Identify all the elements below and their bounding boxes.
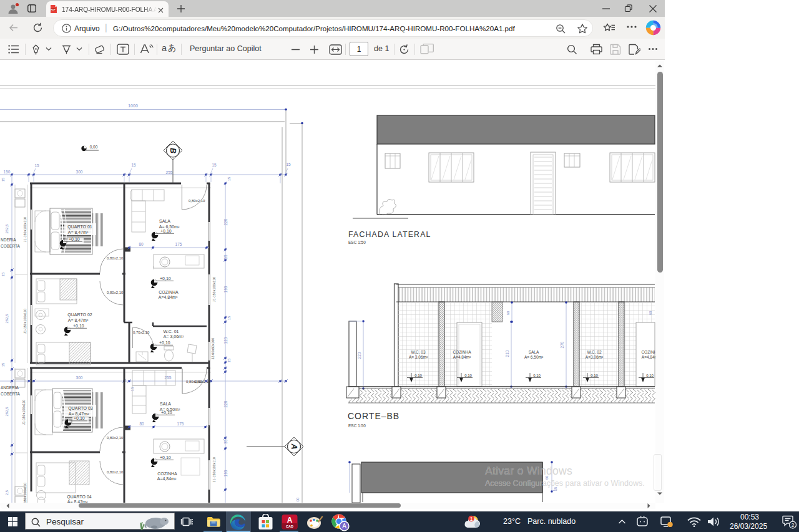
svg-text:J1-150x100x110: J1-150x100x110	[22, 400, 26, 425]
svg-text:175: 175	[177, 422, 184, 426]
svg-text:0,10: 0,10	[533, 374, 541, 377]
svg-text:A= 3,06m²: A= 3,06m²	[164, 334, 184, 339]
svg-text:0,80x2,10: 0,80x2,10	[107, 436, 124, 440]
svg-text:NDERIA: NDERIA	[1, 238, 16, 242]
svg-text:J1-150x100x110: J1-150x100x110	[23, 483, 27, 503]
svg-text:+0,10: +0,10	[74, 416, 85, 420]
svg-text:0,10: 0,10	[414, 374, 422, 377]
svg-text:SALA: SALA	[160, 402, 171, 406]
svg-text:0,80x2,10: 0,80x2,10	[107, 291, 124, 294]
svg-text:60: 60	[649, 311, 652, 315]
svg-text:+0,10: +0,10	[69, 237, 80, 241]
svg-text:A= 3,06m²: A= 3,06m²	[409, 355, 428, 359]
svg-text:0,80x2,10: 0,80x2,10	[194, 380, 211, 384]
svg-text:15: 15	[227, 177, 231, 181]
svg-text:A=3,06m²: A=3,06m²	[586, 355, 604, 359]
svg-text:W.C. 01: W.C. 01	[164, 329, 179, 334]
svg-text:15: 15	[131, 163, 136, 167]
svg-text:PDF: PDF	[51, 9, 56, 11]
svg-text:W.C. 02: W.C. 02	[587, 350, 602, 354]
svg-text:300: 300	[76, 375, 83, 380]
svg-text:15: 15	[286, 162, 291, 167]
svg-text:+0,10: +0,10	[160, 229, 172, 233]
svg-text:300: 300	[76, 170, 83, 174]
svg-text:COBERTA: COBERTA	[1, 392, 20, 396]
svg-text:J1-150x100x110: J1-150x100x110	[212, 277, 216, 302]
svg-text:0,80x2,10: 0,80x2,10	[107, 470, 124, 474]
svg-text:190: 190	[223, 470, 228, 476]
svg-text:ANDERIA: ANDERIA	[1, 385, 19, 390]
svg-text:J1-150x100x110: J1-150x100x110	[23, 217, 27, 242]
svg-text:W.C. 03: W.C. 03	[411, 350, 426, 354]
svg-text:QUARTO 02: QUARTO 02	[67, 312, 92, 317]
svg-text:A= 6,50m²: A= 6,50m²	[159, 225, 180, 229]
svg-text:2,5: 2,5	[5, 490, 9, 495]
svg-text:220: 220	[357, 352, 361, 359]
svg-text:210: 210	[505, 350, 509, 357]
svg-text:SALA: SALA	[159, 219, 170, 223]
svg-text:ESC 1:50: ESC 1:50	[348, 240, 366, 244]
svg-text:COZINHA: COZINHA	[641, 350, 655, 354]
svg-text:282,5: 282,5	[5, 407, 9, 417]
svg-text:COZINHA: COZINHA	[157, 472, 177, 476]
svg-text:J2-60x60x160: J2-60x60x160	[211, 338, 215, 360]
svg-text:J1-150x100x110: J1-150x100x110	[212, 457, 216, 482]
svg-text:COZINHA: COZINHA	[453, 350, 471, 354]
svg-text:35: 35	[223, 254, 228, 259]
svg-text:255: 255	[166, 170, 173, 175]
svg-text:15: 15	[1, 362, 5, 367]
svg-text:0,80x2,10: 0,80x2,10	[189, 199, 205, 203]
svg-text:0,70x2,10: 0,70x2,10	[133, 331, 150, 334]
svg-text:175: 175	[175, 242, 182, 246]
svg-text:00: 00	[296, 497, 300, 501]
svg-text:35: 35	[223, 439, 228, 444]
svg-text:A=4,84m²: A=4,84m²	[157, 476, 177, 481]
svg-text:15: 15	[1, 177, 5, 181]
svg-text:0,10: 0,10	[646, 374, 654, 377]
svg-text:270: 270	[560, 341, 564, 348]
svg-text:80: 80	[139, 242, 144, 246]
svg-text:0,80x2,10: 0,80x2,10	[107, 256, 124, 260]
svg-text:QUARTO 01: QUARTO 01	[67, 225, 92, 230]
svg-text:220: 220	[223, 400, 228, 407]
svg-text:FACHADA LATERAL: FACHADA LATERAL	[348, 230, 431, 239]
svg-text:190: 190	[223, 286, 228, 293]
svg-text:A=4,84m²: A=4,84m²	[159, 295, 178, 299]
svg-text:255: 255	[165, 375, 172, 380]
svg-text:A= 6,50m²: A= 6,50m²	[524, 355, 544, 359]
svg-text:A= 8,47m²: A= 8,47m²	[68, 230, 89, 235]
svg-text:CORTE–BB: CORTE–BB	[348, 411, 400, 421]
svg-text:220: 220	[223, 218, 228, 225]
svg-text:0,10: 0,10	[464, 374, 472, 377]
svg-text:0,00: 0,00	[90, 145, 98, 149]
svg-text:282,5: 282,5	[5, 224, 9, 234]
svg-text:+0,10: +0,10	[160, 455, 171, 460]
svg-text:A: A	[342, 523, 346, 530]
svg-text:80: 80	[139, 422, 144, 426]
svg-text:CAD: CAD	[286, 525, 293, 528]
svg-text:SALA: SALA	[529, 350, 539, 354]
svg-text:B: B	[169, 148, 177, 153]
svg-text:QUARTO 04: QUARTO 04	[67, 495, 92, 500]
svg-text:+0,10: +0,10	[161, 410, 172, 415]
svg-text:A=4,84m²: A=4,84m²	[642, 355, 655, 359]
svg-text:A: A	[287, 516, 293, 525]
svg-text:+0,10: +0,10	[159, 341, 170, 345]
svg-text:A= 8,47m²: A= 8,47m²	[69, 412, 89, 416]
svg-text:15: 15	[227, 358, 231, 362]
svg-text:15: 15	[1, 272, 5, 276]
svg-text:A=4,84m²: A=4,84m²	[453, 355, 471, 359]
svg-text:120: 120	[223, 337, 228, 344]
svg-text:A: A	[290, 443, 298, 449]
svg-text:1000: 1000	[128, 104, 138, 108]
svg-text:15: 15	[227, 316, 231, 320]
svg-text:150: 150	[4, 170, 11, 174]
svg-text:15: 15	[212, 163, 217, 167]
svg-text:J1-150x100x110: J1-150x100x110	[23, 309, 27, 334]
svg-text:+0,10: +0,10	[73, 324, 84, 328]
svg-text:2: 2	[792, 522, 795, 528]
svg-text:1: 1	[470, 516, 473, 522]
svg-text:0,10: 0,10	[591, 374, 598, 377]
svg-text:A= 8,47m²: A= 8,47m²	[68, 318, 89, 322]
svg-text:ESC 1:50: ESC 1:50	[348, 423, 366, 428]
